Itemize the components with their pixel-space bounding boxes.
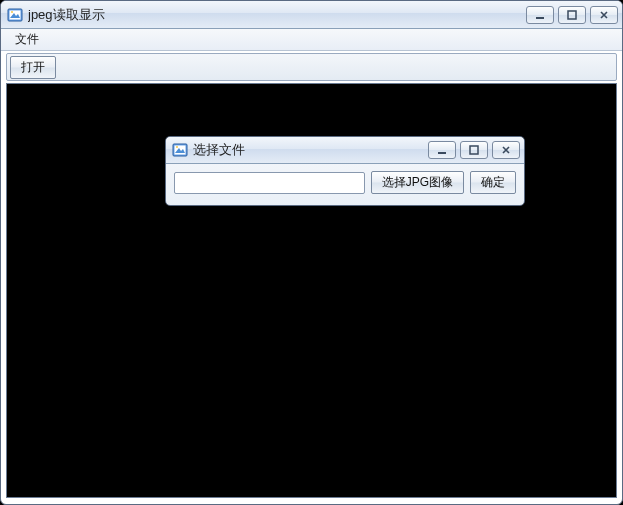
file-dialog: 选择文件 选择JPG图像 确定 [165, 136, 525, 206]
open-button[interactable]: 打开 [10, 56, 56, 79]
minimize-icon [437, 145, 447, 155]
dialog-window-buttons [428, 141, 520, 159]
svg-rect-5 [568, 11, 576, 19]
file-path-input[interactable] [174, 172, 365, 194]
dialog-close-button[interactable] [492, 141, 520, 159]
svg-point-9 [176, 146, 178, 148]
main-titlebar[interactable]: jpeg读取显示 [1, 1, 622, 29]
ok-button[interactable]: 确定 [470, 171, 516, 194]
main-window-buttons [526, 6, 618, 24]
minimize-icon [535, 10, 545, 20]
svg-rect-11 [470, 146, 478, 154]
close-button[interactable] [590, 6, 618, 24]
maximize-icon [567, 10, 577, 20]
app-icon [7, 7, 23, 23]
dialog-maximize-button[interactable] [460, 141, 488, 159]
dialog-title: 选择文件 [193, 141, 428, 159]
minimize-button[interactable] [526, 6, 554, 24]
main-window: jpeg读取显示 文件 打开 [0, 0, 623, 505]
choose-jpg-button[interactable]: 选择JPG图像 [371, 171, 464, 194]
dialog-minimize-button[interactable] [428, 141, 456, 159]
dialog-body: 选择JPG图像 确定 [166, 164, 524, 201]
menu-file[interactable]: 文件 [7, 29, 47, 50]
menu-bar: 文件 [1, 29, 622, 51]
svg-point-3 [11, 11, 13, 13]
main-window-title: jpeg读取显示 [28, 6, 526, 24]
svg-rect-4 [536, 17, 544, 19]
maximize-button[interactable] [558, 6, 586, 24]
svg-rect-10 [438, 152, 446, 154]
dialog-icon [172, 142, 188, 158]
close-icon [501, 145, 511, 155]
maximize-icon [469, 145, 479, 155]
dialog-titlebar[interactable]: 选择文件 [166, 137, 524, 164]
toolbar: 打开 [6, 53, 617, 81]
close-icon [599, 10, 609, 20]
